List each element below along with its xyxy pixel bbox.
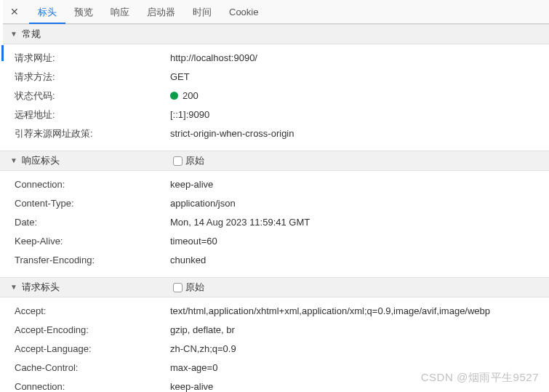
section-title: 请求标头: [22, 281, 60, 294]
value: http://localhost:9090/: [170, 51, 549, 65]
label: 请求方法:: [15, 70, 170, 84]
tab-initiator[interactable]: 启动器: [138, 0, 184, 24]
label: Connection:: [15, 177, 170, 192]
tab-headers[interactable]: 标头: [29, 0, 65, 24]
row-connection: Connection: keep-alive: [0, 377, 549, 392]
row-request-method: 请求方法: GET: [0, 68, 549, 87]
label: Cache-Control:: [15, 361, 170, 375]
checkbox-icon[interactable]: [173, 156, 183, 166]
section-request-body: Accept: text/html,application/xhtml+xml,…: [0, 297, 549, 392]
tabs-bar: ✕ 标头 预览 响应 启动器 时间 Cookie: [0, 0, 549, 24]
row-accept-encoding: Accept-Encoding: gzip, deflate, br: [0, 321, 549, 340]
value: max-age=0: [170, 361, 549, 375]
label: Content-Type:: [15, 196, 170, 211]
label: Accept-Encoding:: [15, 323, 170, 337]
label: Connection:: [15, 380, 170, 392]
label: 远程地址:: [15, 108, 170, 122]
value: GET: [170, 70, 549, 84]
row-accept: Accept: text/html,application/xhtml+xml,…: [0, 302, 549, 321]
row-content-type: Content-Type: application/json: [0, 194, 549, 213]
row-accept-language: Accept-Language: zh-CN,zh;q=0.9: [0, 340, 549, 359]
row-transfer-encoding: Transfer-Encoding: chunked: [0, 251, 549, 270]
row-keep-alive: Keep-Alive: timeout=60: [0, 232, 549, 251]
label: 请求网址:: [15, 51, 170, 65]
section-general-body: 请求网址: http://localhost:9090/ 请求方法: GET 状…: [0, 44, 549, 151]
value: Mon, 14 Aug 2023 11:59:41 GMT: [170, 215, 549, 230]
raw-label: 原始: [185, 154, 204, 167]
section-request-header[interactable]: ▼ 请求标头 原始: [0, 277, 549, 297]
value: application/json: [170, 196, 549, 211]
label: 引荐来源网址政策:: [15, 127, 170, 141]
tab-cookies[interactable]: Cookie: [220, 0, 267, 24]
row-cache-control: Cache-Control: max-age=0: [0, 359, 549, 377]
label: Accept:: [15, 304, 170, 319]
row-remote-address: 远程地址: [::1]:9090: [0, 105, 549, 124]
value: [::1]:9090: [170, 108, 549, 122]
value: timeout=60: [170, 234, 549, 249]
chevron-down-icon: ▼: [10, 156, 17, 164]
label: Date:: [15, 215, 170, 230]
value: text/html,application/xhtml+xml,applicat…: [170, 304, 549, 319]
value: gzip, deflate, br: [170, 323, 549, 337]
value: 200: [170, 89, 549, 103]
section-title: 响应标头: [22, 154, 60, 167]
label: Transfer-Encoding:: [15, 253, 170, 268]
value: keep-alive: [170, 380, 549, 392]
value: keep-alive: [170, 177, 549, 192]
section-response-header[interactable]: ▼ 响应标头 原始: [0, 151, 549, 171]
label: Keep-Alive:: [15, 234, 170, 249]
chevron-down-icon: ▼: [10, 30, 17, 38]
row-status-code: 状态代码: 200: [0, 87, 549, 105]
raw-label: 原始: [185, 281, 204, 294]
row-request-url: 请求网址: http://localhost:9090/: [0, 49, 549, 68]
row-date: Date: Mon, 14 Aug 2023 11:59:41 GMT: [0, 213, 549, 232]
section-title: 常规: [22, 28, 41, 41]
tab-response[interactable]: 响应: [102, 0, 138, 24]
close-icon[interactable]: ✕: [6, 3, 23, 20]
checkbox-icon[interactable]: [173, 283, 183, 292]
value: chunked: [170, 253, 549, 268]
status-dot-icon: [170, 92, 178, 100]
raw-toggle[interactable]: 原始: [173, 154, 204, 167]
tab-preview[interactable]: 预览: [65, 0, 102, 24]
row-connection: Connection: keep-alive: [0, 175, 549, 194]
row-referrer-policy: 引荐来源网址政策: strict-origin-when-cross-origi…: [0, 124, 549, 143]
chevron-down-icon: ▼: [10, 283, 17, 291]
value: strict-origin-when-cross-origin: [170, 127, 549, 141]
raw-toggle[interactable]: 原始: [173, 281, 204, 294]
label: 状态代码:: [15, 89, 170, 103]
label: Accept-Language:: [15, 342, 170, 356]
value: zh-CN,zh;q=0.9: [170, 342, 549, 356]
section-response-body: Connection: keep-alive Content-Type: app…: [0, 171, 549, 277]
tab-timing[interactable]: 时间: [184, 0, 220, 24]
section-general-header[interactable]: ▼ 常规: [0, 24, 549, 44]
